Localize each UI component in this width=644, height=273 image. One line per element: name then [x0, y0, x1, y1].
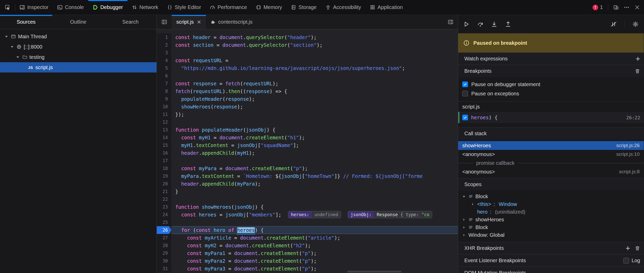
- line-number[interactable]: 4: [157, 57, 171, 64]
- line-number[interactable]: 1: [157, 33, 171, 41]
- line-number[interactable]: 27: [157, 234, 171, 242]
- debugger-settings-icon[interactable]: [632, 21, 639, 27]
- sidebar-tab-outline[interactable]: Outline: [52, 15, 105, 29]
- line-number[interactable]: 20: [157, 180, 171, 188]
- tab-performance[interactable]: Performance: [205, 0, 251, 15]
- sidebar-tab-sources[interactable]: Sources: [0, 15, 52, 29]
- line-number[interactable]: 9: [157, 95, 171, 103]
- scope-row[interactable]: <this>: Window: [458, 200, 644, 208]
- pick-element-button[interactable]: [0, 0, 15, 15]
- line-number[interactable]: 6: [157, 72, 171, 80]
- tree-item-testing[interactable]: testing: [0, 52, 156, 62]
- scopes-header[interactable]: Scopes: [458, 178, 644, 190]
- line-number[interactable]: 15: [157, 141, 171, 149]
- scope-icon: [468, 217, 473, 222]
- line-number[interactable]: 13: [157, 126, 171, 134]
- tab-memory[interactable]: Memory: [251, 0, 286, 15]
- line-number[interactable]: 21: [157, 188, 171, 195]
- line-number[interactable]: 11: [157, 111, 171, 118]
- step-in-icon[interactable]: [491, 21, 497, 27]
- breakpoint-checkbox[interactable]: [462, 115, 468, 120]
- dom-mutation-breakpoints-header[interactable]: DOM Mutation Breakpoints: [458, 267, 644, 273]
- breakpoints-header[interactable]: Breakpoints: [458, 65, 644, 77]
- call-stack-header[interactable]: Call stack: [458, 127, 644, 140]
- stack-frame[interactable]: <anonymous>script.js:10: [458, 150, 644, 159]
- editor-tab-script-js[interactable]: script.js✕: [172, 15, 206, 29]
- editor-tab-contentscript-js[interactable]: contentscript.js: [206, 15, 257, 29]
- xhr-breakpoints-header[interactable]: XHR Breakpoints +: [458, 242, 644, 254]
- tab-inspector[interactable]: Inspector: [15, 0, 53, 15]
- line-number[interactable]: 31: [157, 265, 171, 272]
- close-devtools-icon[interactable]: [634, 5, 640, 10]
- chevron-right-icon: [462, 225, 466, 230]
- line-number[interactable]: 26: [157, 226, 171, 234]
- tab-storage[interactable]: Storage: [286, 0, 321, 15]
- tab-style-editor[interactable]: Style Editor: [163, 0, 205, 15]
- tab-network[interactable]: Network: [127, 0, 163, 15]
- line-number[interactable]: 7: [157, 80, 171, 87]
- code-line-content: const myArticle = document.createElement…: [171, 234, 458, 242]
- checkbox-checked[interactable]: [462, 81, 468, 87]
- remove-xhr-breakpoints-icon[interactable]: [635, 245, 640, 251]
- tree-item-script-js[interactable]: JSscript.js: [0, 62, 156, 72]
- line-number[interactable]: 29: [157, 249, 171, 257]
- error-count-badge[interactable]: ! 1: [593, 4, 603, 10]
- tab-application[interactable]: Application: [365, 0, 407, 15]
- line-number[interactable]: 3: [157, 49, 171, 57]
- line-number[interactable]: 18: [157, 165, 171, 172]
- line-number[interactable]: 5: [157, 64, 171, 72]
- meatball-menu-icon[interactable]: [624, 5, 629, 10]
- line-number[interactable]: 22: [157, 195, 171, 203]
- scope-row[interactable]: showHeroes: [458, 216, 644, 223]
- stack-frame[interactable]: promise callback: [458, 159, 644, 167]
- line-number[interactable]: 25: [157, 219, 171, 226]
- chevron-down-icon: [15, 55, 20, 59]
- tab-accessibility[interactable]: Accessibility: [321, 0, 365, 15]
- responsive-design-icon[interactable]: [613, 5, 619, 10]
- tab-debugger[interactable]: Debugger: [88, 0, 127, 15]
- line-number[interactable]: 8: [157, 87, 171, 95]
- disable-breakpoints-icon[interactable]: [611, 21, 617, 27]
- line-number[interactable]: 2: [157, 41, 171, 49]
- horizontal-scrollbar[interactable]: [347, 271, 401, 272]
- breakpoint-option[interactable]: Pause on debugger statement: [458, 80, 644, 89]
- line-number[interactable]: 14: [157, 134, 171, 141]
- watch-expressions-header[interactable]: Watch expressions +: [458, 52, 644, 65]
- scope-row[interactable]: Block: [458, 223, 644, 231]
- line-number[interactable]: 28: [157, 242, 171, 249]
- step-over-icon[interactable]: [477, 21, 483, 27]
- line-number[interactable]: 17: [157, 157, 171, 165]
- scope-row[interactable]: Window: Global: [458, 231, 644, 239]
- add-xhr-breakpoint-button[interactable]: +: [625, 244, 630, 252]
- breakpoint-entry[interactable]: heroes) { 26:22: [458, 112, 644, 123]
- scope-row[interactable]: hero: (uninitialized): [458, 208, 644, 216]
- line-number[interactable]: 12: [157, 118, 171, 126]
- panel-toggle-button[interactable]: [443, 15, 458, 29]
- line-number[interactable]: 16: [157, 149, 171, 157]
- stack-frame[interactable]: showHeroesscript.js:26: [458, 141, 644, 150]
- scope-row[interactable]: Block: [458, 193, 644, 200]
- tab-console[interactable]: Console: [53, 0, 88, 15]
- sidebar-tab-search[interactable]: Search: [104, 15, 156, 29]
- code-token: [175, 235, 187, 241]
- collapse-sidebar-button[interactable]: [157, 15, 172, 29]
- line-number[interactable]: 10: [157, 103, 171, 111]
- tree-item--8000[interactable]: [::]:8000: [0, 42, 156, 52]
- line-number[interactable]: 24: [157, 211, 171, 219]
- puzzle-icon: [211, 20, 215, 24]
- log-checkbox[interactable]: [623, 258, 629, 263]
- close-tab-icon[interactable]: ✕: [197, 20, 201, 25]
- step-out-icon[interactable]: [505, 21, 511, 27]
- breakpoint-option[interactable]: Pause on exceptions: [458, 89, 644, 98]
- event-listener-breakpoints-header[interactable]: Event Listener Breakpoints Log: [458, 254, 644, 267]
- checkbox-unchecked[interactable]: [462, 91, 468, 96]
- resume-button-icon[interactable]: [463, 21, 469, 27]
- line-number[interactable]: 23: [157, 203, 171, 211]
- add-watch-expression-button[interactable]: +: [636, 55, 640, 63]
- code-token: "p": [302, 266, 311, 271]
- line-number[interactable]: 30: [157, 257, 171, 265]
- tree-item-main-thread[interactable]: Main Thread: [0, 31, 156, 42]
- line-number[interactable]: 19: [157, 172, 171, 180]
- remove-breakpoints-icon[interactable]: [635, 68, 640, 74]
- stack-frame[interactable]: <anonymous>script.js:8: [458, 167, 644, 176]
